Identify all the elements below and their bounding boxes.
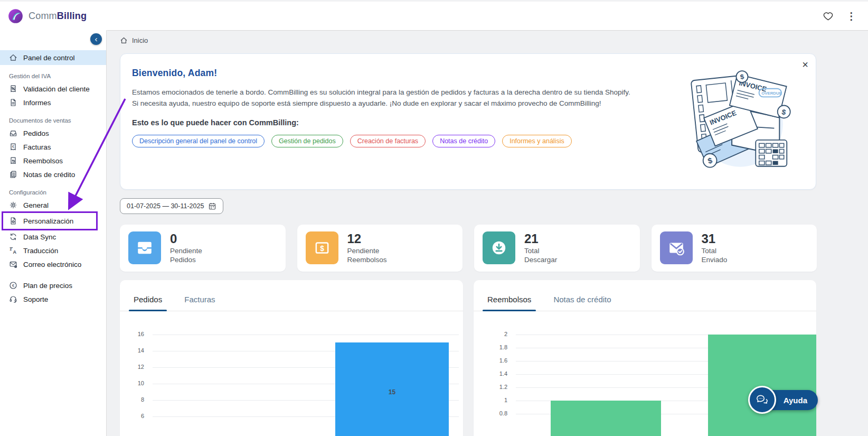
svg-text:€: € <box>12 283 15 288</box>
sidebar-nav: ‹ Panel de control Gestión del IVA Valid… <box>0 30 107 436</box>
welcome-close-button[interactable]: × <box>802 59 808 70</box>
date-range-picker[interactable]: 01-07-2025 — 30-11-2025 <box>120 198 223 214</box>
grid-line <box>153 335 459 335</box>
y-axis-tick: 0.8 <box>474 410 507 416</box>
sidebar-item-soporte[interactable]: Soporte <box>0 292 106 306</box>
sidebar-collapse-button[interactable]: ‹ <box>90 33 102 45</box>
svg-text:$: $ <box>320 244 324 253</box>
welcome-cta-text: Esto es lo que puede hacer con CommBilli… <box>132 118 801 127</box>
badge-notas-credito[interactable]: Notas de crédito <box>432 135 495 147</box>
inbox-icon <box>9 129 17 137</box>
heart-icon <box>823 11 834 22</box>
y-axis-tick: 16 <box>120 331 144 337</box>
header-actions: ⋮ <box>823 11 868 22</box>
stat-card-pendiente-pedidos[interactable]: 0 Pendiente Pedidos <box>120 225 286 272</box>
sidebar-item-traduccion[interactable]: zA Traducción <box>0 244 106 257</box>
dollar-banknote-icon: $ <box>306 231 338 264</box>
favorite-heart-button[interactable] <box>823 11 834 22</box>
y-axis-tick: 12 <box>120 364 144 370</box>
commbilling-app: CommBilling ⋮ ‹ Panel de control Gestión… <box>0 0 868 436</box>
stat-label-line1: Total <box>702 246 728 256</box>
stat-card-total-descargar[interactable]: 21 Total Descargar <box>474 225 640 272</box>
y-axis-tick: 2 <box>474 331 507 337</box>
breadcrumb-home-icon <box>120 36 128 44</box>
svg-text:A: A <box>13 249 17 255</box>
svg-text:z: z <box>10 247 12 252</box>
kebab-icon: ⋮ <box>846 11 856 21</box>
y-axis-tick: 1 <box>474 397 507 403</box>
stat-cards-row: 0 Pendiente Pedidos $ 12 Pendiente Reemb… <box>120 225 817 272</box>
sidebar-item-correo-electronico[interactable]: Correo electrónico <box>0 257 106 271</box>
welcome-body-text: Estamos emocionados de tenerle a bordo. … <box>132 87 631 109</box>
bar[interactable] <box>708 335 816 436</box>
stat-value: 0 <box>170 231 202 246</box>
sidebar-item-general[interactable]: General <box>0 198 106 212</box>
bar[interactable] <box>551 401 661 436</box>
refund-receipt-icon <box>9 156 17 165</box>
stat-card-pendiente-reembolsos[interactable]: $ 12 Pendiente Reembolsos <box>297 225 463 272</box>
more-menu-button[interactable]: ⋮ <box>846 11 856 21</box>
badge-informes-analisis[interactable]: Informes y análisis <box>502 135 572 147</box>
breadcrumb[interactable]: Inicio <box>107 31 868 50</box>
svg-text:$: $ <box>707 156 713 165</box>
welcome-title: Bienvenido, Adam! <box>132 68 801 79</box>
sidebar-divider-gap <box>0 271 106 279</box>
brand-name: CommBilling <box>29 11 87 22</box>
stat-card-total-enviado[interactable]: 31 Total Enviado <box>652 225 817 272</box>
stat-label-line1: Pendiente <box>347 246 387 256</box>
commbilling-logo-icon <box>7 8 24 24</box>
stat-label-line1: Total <box>524 246 557 256</box>
credit-note-icon <box>9 170 17 179</box>
sidebar-item-panel-de-control[interactable]: Panel de control <box>0 50 106 65</box>
sidebar-item-validacion-del-cliente[interactable]: Validación del cliente <box>0 82 106 96</box>
support-headset-icon <box>9 295 17 303</box>
euro-circle-icon: € <box>9 281 17 290</box>
sidebar-section-configuracion: Configuración <box>0 181 106 198</box>
home-icon <box>9 53 17 62</box>
inbox-stat-icon <box>128 231 161 264</box>
sidebar-menu: Panel de control Gestión del IVA Validac… <box>0 30 106 306</box>
stat-value: 21 <box>524 231 557 246</box>
sidebar-item-notas-de-credito[interactable]: Notas de crédito <box>0 168 106 181</box>
sidebar-item-reembolsos[interactable]: Reembolsos <box>0 154 106 168</box>
stat-label-line2: Pedidos <box>170 255 202 265</box>
gear-icon <box>9 201 17 209</box>
top-header: CommBilling ⋮ <box>0 0 868 30</box>
document-icon <box>9 98 17 107</box>
badge-panel-overview[interactable]: Descripción general del panel de control <box>132 135 265 147</box>
sidebar-item-facturas[interactable]: € Facturas <box>0 140 106 154</box>
svg-text:INVOICE: INVOICE <box>738 79 767 93</box>
sidebar-item-data-sync[interactable]: Data Sync <box>0 230 106 244</box>
sidebar-item-informes[interactable]: Informes <box>0 96 106 109</box>
y-axis-tick: 1.6 <box>474 357 507 364</box>
y-axis-tick: 6 <box>120 413 144 419</box>
orders-bar-chart: 161412108615 <box>120 335 463 436</box>
sidebar-item-personalizacion[interactable]: Personalización <box>0 214 106 228</box>
sidebar-item-pedidos[interactable]: Pedidos <box>0 126 106 140</box>
badge-gestion-pedidos[interactable]: Gestión de pedidos <box>271 135 343 147</box>
mail-check-icon <box>660 231 693 264</box>
stat-label-line2: Reembolsos <box>347 255 387 265</box>
y-axis-tick: 1.4 <box>474 370 507 377</box>
feature-badges: Descripción general del panel de control… <box>132 135 801 147</box>
sidebar-item-plan-de-precios[interactable]: € Plan de precios <box>0 279 106 292</box>
sidebar-section-documentos-ventas: Documentos de ventas <box>0 109 106 126</box>
tab-reembolsos[interactable]: Reembolsos <box>486 289 532 311</box>
tab-facturas[interactable]: Facturas <box>183 289 216 311</box>
badge-creacion-facturas[interactable]: Creación de facturas <box>350 135 426 147</box>
tab-notas-de-credito[interactable]: Notas de crédito <box>552 289 612 311</box>
stat-label-line2: Enviado <box>702 255 728 265</box>
brand-logo[interactable]: CommBilling <box>0 8 87 24</box>
svg-text:€: € <box>12 145 14 149</box>
y-axis-tick: 1.8 <box>474 344 507 350</box>
download-circle-icon <box>483 231 515 264</box>
breadcrumb-label: Inicio <box>132 36 148 44</box>
tab-pedidos[interactable]: Pedidos <box>133 289 163 311</box>
close-icon: × <box>802 59 808 70</box>
calendar-icon <box>208 202 216 210</box>
invoice-euro-icon: € <box>9 143 17 151</box>
help-button[interactable]: Ayuda <box>762 390 818 410</box>
bar-value-label: 15 <box>335 388 449 396</box>
refunds-bar-chart: 21.81.61.41.210.82 <box>474 335 816 436</box>
date-range-value: 01-07-2025 — 30-11-2025 <box>127 202 204 210</box>
